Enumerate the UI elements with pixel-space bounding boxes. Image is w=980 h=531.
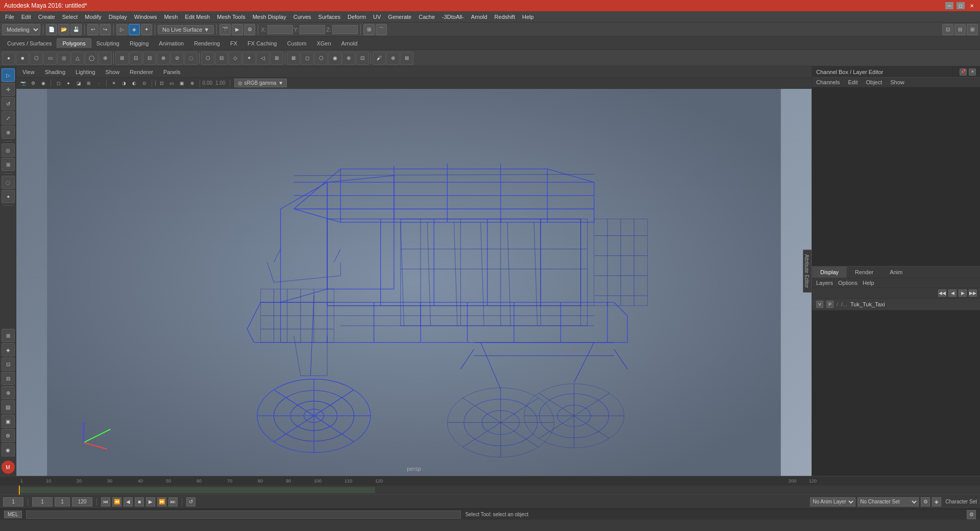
play-back-button[interactable]: ◀: [124, 497, 133, 506]
menu-windows[interactable]: Windows: [131, 13, 160, 21]
maximize-button[interactable]: □: [957, 2, 965, 9]
anim-layer-select[interactable]: No Anim Layer: [810, 497, 855, 506]
shelf-extrude[interactable]: ⬡: [201, 52, 214, 65]
layer-menu-help[interactable]: Help: [863, 280, 874, 286]
layer-ctrl-btn-1[interactable]: ◀◀: [938, 289, 946, 297]
max-frame-input[interactable]: [72, 497, 92, 506]
layer-playback-button[interactable]: P: [826, 301, 834, 308]
workspace-dropdown[interactable]: Modeling: [2, 24, 40, 35]
tab-custom[interactable]: Custom: [282, 39, 312, 48]
tool-settings-toggle-button[interactable]: ⚙: [2, 429, 15, 442]
frame-selection-button[interactable]: ⊟: [2, 372, 15, 385]
channel-box-toggle-button[interactable]: ▤: [2, 400, 15, 414]
menu-arnold[interactable]: Arnold: [468, 13, 491, 21]
vp-isolate[interactable]: ⊡: [157, 79, 166, 88]
menu-uv[interactable]: UV: [370, 13, 384, 21]
layout-button-2[interactable]: ⊟: [954, 24, 966, 35]
menu-deform[interactable]: Deform: [345, 13, 369, 21]
shelf-disk[interactable]: ◯: [85, 52, 98, 65]
display-tab-anim[interactable]: Anim: [881, 267, 911, 278]
shelf-separate[interactable]: ⊡: [129, 52, 142, 65]
menu-cache[interactable]: Cache: [415, 13, 438, 21]
tab-xgen[interactable]: XGen: [311, 39, 336, 48]
vp-use-all-lights[interactable]: ☀: [109, 79, 118, 88]
coord-y-input[interactable]: [300, 25, 325, 34]
vp-wireframe[interactable]: ◻: [54, 79, 63, 88]
transform-button[interactable]: ⊕: [2, 126, 15, 139]
vp-smooth-shade[interactable]: ●: [64, 79, 73, 88]
minimize-button[interactable]: ─: [945, 2, 953, 9]
shelf-planar-map[interactable]: ◻: [301, 52, 314, 65]
menu-mesh[interactable]: Mesh: [161, 13, 181, 21]
scale-button[interactable]: ⤢: [2, 111, 15, 125]
menu-3dto-all[interactable]: -3DtoAll-: [439, 13, 467, 21]
vp-menu-panels[interactable]: Panels: [160, 68, 184, 76]
shelf-helix[interactable]: ⊕: [99, 52, 112, 65]
render-button[interactable]: 🎬: [219, 24, 231, 35]
shelf-combine[interactable]: ⊞: [115, 52, 129, 65]
shelf-plane[interactable]: ▭: [43, 52, 57, 65]
shelf-unfold[interactable]: ⊡: [356, 52, 369, 65]
save-scene-button[interactable]: 💾: [70, 24, 82, 35]
vp-menu-show[interactable]: Show: [103, 68, 123, 76]
layer-visibility-button[interactable]: V: [816, 301, 823, 308]
vp-flat-shade[interactable]: ◪: [74, 79, 83, 88]
current-frame-input[interactable]: [3, 497, 23, 506]
shelf-cylindrical-map[interactable]: ⬡: [314, 52, 328, 65]
vp-antialiasing[interactable]: ⊙: [140, 79, 149, 88]
shelf-poke[interactable]: ✦: [242, 52, 256, 65]
menu-mesh-tools[interactable]: Mesh Tools: [214, 13, 248, 21]
timeline-ruler[interactable]: 1 10 20 30 40 50 60 70 80 90 100 110 120…: [0, 476, 980, 486]
layer-ctrl-btn-4[interactable]: ▶▶: [969, 289, 977, 297]
menu-generate[interactable]: Generate: [385, 13, 414, 21]
lasso-select-button[interactable]: ◌: [2, 176, 15, 189]
vp-look-through[interactable]: ◉: [39, 79, 48, 88]
shelf-wedge[interactable]: ◁: [256, 52, 270, 65]
menu-modify[interactable]: Modify: [82, 13, 104, 21]
channel-box-close[interactable]: ✕: [969, 68, 976, 76]
tab-polygons[interactable]: Polygons: [57, 38, 91, 48]
render-settings-button[interactable]: ⚙: [244, 24, 255, 35]
vp-menu-renderer[interactable]: Renderer: [127, 68, 156, 76]
vp-camera-attribs[interactable]: ⚙: [29, 79, 38, 88]
undo-button[interactable]: ↩: [87, 24, 99, 35]
cb-menu-channels[interactable]: Channels: [816, 79, 840, 85]
play-forward-button[interactable]: ▶: [146, 497, 155, 506]
vp-points[interactable]: ·: [94, 79, 104, 88]
stop-button[interactable]: ■: [135, 497, 144, 506]
vp-menu-view[interactable]: View: [19, 68, 38, 76]
select-button[interactable]: ▷: [2, 68, 15, 82]
move-button[interactable]: ✛: [2, 83, 15, 96]
vp-filmgate[interactable]: ▣: [178, 79, 187, 88]
skip-forward-button[interactable]: ⏭: [168, 497, 178, 506]
menu-help[interactable]: Help: [519, 13, 537, 21]
frame-all-button[interactable]: ⊡: [2, 357, 15, 371]
shelf-soft-mod[interactable]: ⊗: [386, 52, 400, 65]
shelf-torus[interactable]: ◎: [57, 52, 70, 65]
viewport-canvas[interactable]: .wire { stroke: #2233cc; stroke-width: 0…: [16, 89, 812, 476]
vp-resolution-gate[interactable]: ▭: [167, 79, 177, 88]
soft-select-button[interactable]: ◎: [2, 143, 15, 157]
show-manipulator-button[interactable]: ⊞: [2, 158, 15, 171]
new-scene-button[interactable]: 📄: [46, 24, 57, 35]
layer-ctrl-btn-3[interactable]: ▶: [959, 289, 967, 297]
menu-create[interactable]: Create: [35, 13, 58, 21]
vp-bounding-box[interactable]: ⊞: [84, 79, 93, 88]
attribute-editor-tab[interactable]: Attribute Editor: [803, 250, 812, 293]
step-back-button[interactable]: ⏪: [112, 497, 121, 506]
node-editor-button[interactable]: ◉: [2, 443, 15, 456]
tab-sculpting[interactable]: Sculpting: [91, 39, 125, 48]
shelf-automatic-map[interactable]: ⊕: [342, 52, 355, 65]
tab-fx-caching[interactable]: FX Caching: [242, 39, 282, 48]
min-frame-input[interactable]: [32, 497, 53, 506]
menu-curves[interactable]: Curves: [290, 13, 314, 21]
status-settings-btn[interactable]: ⚙: [967, 510, 976, 519]
mel-label[interactable]: MEL: [4, 511, 22, 518]
tab-arnold[interactable]: Arnold: [336, 39, 363, 48]
shelf-extract[interactable]: ⊟: [143, 52, 156, 65]
paint-select-button-lt[interactable]: ✦: [2, 190, 15, 203]
coord-z-input[interactable]: [332, 25, 358, 34]
layer-menu-options[interactable]: Options: [838, 280, 857, 286]
paint-select-button[interactable]: ✦: [141, 24, 152, 35]
cb-menu-edit[interactable]: Edit: [848, 79, 857, 85]
